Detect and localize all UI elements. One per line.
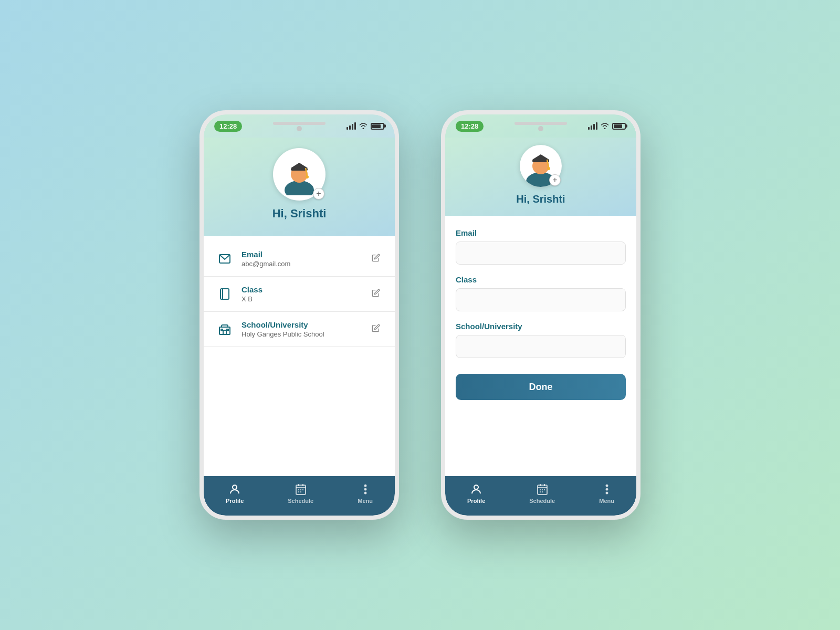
svg-point-15: [233, 485, 237, 489]
screen-1: 12:28: [204, 114, 395, 516]
avatar-wrap-1: +: [273, 148, 326, 201]
class-form-group: Class: [456, 275, 626, 311]
battery-icon: [371, 123, 384, 130]
email-edit-button[interactable]: [370, 251, 382, 266]
class-value: X B: [242, 295, 370, 303]
class-label: Class: [242, 285, 370, 294]
svg-point-25: [364, 485, 366, 486]
svg-point-0: [285, 181, 314, 195]
svg-point-46: [606, 492, 607, 494]
wifi-icon: [359, 123, 368, 129]
nav-schedule-label-2: Schedule: [529, 498, 555, 504]
status-bar-1: 12:28: [204, 114, 395, 138]
done-button[interactable]: Done: [456, 374, 626, 400]
status-bar-2: 12:28: [445, 114, 636, 138]
email-row: Email abc@gmail.com: [204, 242, 395, 277]
bottom-nav-1: Profile Schedule: [204, 476, 395, 516]
school-form-label: School/University: [456, 322, 626, 331]
nav-menu-label-2: Menu: [599, 498, 614, 504]
volume-up-btn[interactable]: [200, 188, 202, 209]
class-text: Class X B: [242, 285, 370, 303]
status-time-1: 12:28: [214, 121, 242, 132]
svg-point-44: [606, 485, 607, 486]
nav-profile-1[interactable]: Profile: [226, 483, 244, 504]
svg-rect-11: [223, 330, 226, 334]
school-icon: [216, 321, 233, 338]
greeting-text-2: Hi, Srishti: [516, 193, 565, 205]
volume-down-btn[interactable]: [200, 217, 202, 238]
school-row: School/University Holy Ganges Public Sch…: [204, 312, 395, 347]
status-icons-2: [588, 122, 626, 130]
bottom-nav-2: Profile Schedule: [445, 476, 636, 516]
nav-profile-2[interactable]: Profile: [467, 483, 485, 504]
phone-2: 12:28: [441, 110, 640, 520]
status-time-2: 12:28: [456, 121, 484, 132]
phone-1: 12:28: [200, 110, 399, 520]
email-form-group: Email: [456, 228, 626, 265]
nav-profile-label-1: Profile: [226, 498, 244, 504]
email-form-label: Email: [456, 228, 626, 237]
class-row: Class X B: [204, 277, 395, 312]
email-icon: [216, 250, 233, 267]
nav-schedule-label-1: Schedule: [288, 498, 313, 504]
class-form-label: Class: [456, 275, 626, 284]
avatar-add-button[interactable]: +: [313, 188, 324, 200]
email-input[interactable]: [456, 242, 626, 265]
svg-rect-7: [220, 289, 229, 299]
svg-rect-13: [221, 329, 223, 331]
school-label: School/University: [242, 320, 370, 329]
volume-up-btn-2[interactable]: [441, 188, 443, 209]
school-text: School/University Holy Ganges Public Sch…: [242, 320, 370, 338]
profile-header-1: + Hi, Srishti: [204, 138, 395, 236]
email-text: Email abc@gmail.com: [242, 250, 370, 268]
status-icons-1: [346, 122, 384, 130]
power-btn-2[interactable]: [638, 198, 640, 230]
edit-form-content: Email Class School/University Done: [445, 216, 636, 476]
wifi-icon-2: [601, 123, 609, 129]
signal-icon: [346, 122, 356, 130]
svg-point-45: [606, 488, 607, 490]
class-input[interactable]: [456, 288, 626, 311]
class-icon: [216, 286, 233, 302]
power-btn[interactable]: [397, 198, 399, 230]
svg-point-34: [474, 485, 478, 489]
nav-schedule-2[interactable]: Schedule: [529, 483, 555, 504]
profile-header-2: + Hi, Srishti: [445, 138, 636, 216]
school-form-group: School/University: [456, 322, 626, 358]
svg-point-27: [364, 492, 366, 494]
svg-rect-14: [227, 329, 228, 331]
avatar-add-button-2[interactable]: +: [549, 174, 561, 186]
volume-down-btn-2[interactable]: [441, 217, 443, 238]
profile-content-1: Email abc@gmail.com: [204, 236, 395, 476]
school-input[interactable]: [456, 335, 626, 358]
svg-point-5: [306, 175, 309, 178]
nav-profile-label-2: Profile: [467, 498, 485, 504]
nav-menu-2[interactable]: Menu: [599, 483, 614, 504]
avatar-wrap-2: +: [520, 145, 562, 187]
nav-menu-label-1: Menu: [358, 498, 373, 504]
nav-menu-1[interactable]: Menu: [358, 483, 373, 504]
svg-point-33: [547, 167, 550, 170]
email-value: abc@gmail.com: [242, 260, 370, 268]
class-edit-button[interactable]: [370, 287, 382, 301]
svg-point-26: [364, 488, 366, 490]
email-label: Email: [242, 250, 370, 259]
signal-icon-2: [588, 122, 597, 130]
school-value: Holy Ganges Public School: [242, 330, 370, 338]
nav-schedule-1[interactable]: Schedule: [288, 483, 313, 504]
greeting-text-1: Hi, Srishti: [272, 207, 327, 220]
screen-2: 12:28: [445, 114, 636, 516]
school-edit-button[interactable]: [370, 322, 382, 337]
grad-avatar-icon: [278, 153, 320, 195]
battery-icon-2: [612, 123, 626, 130]
